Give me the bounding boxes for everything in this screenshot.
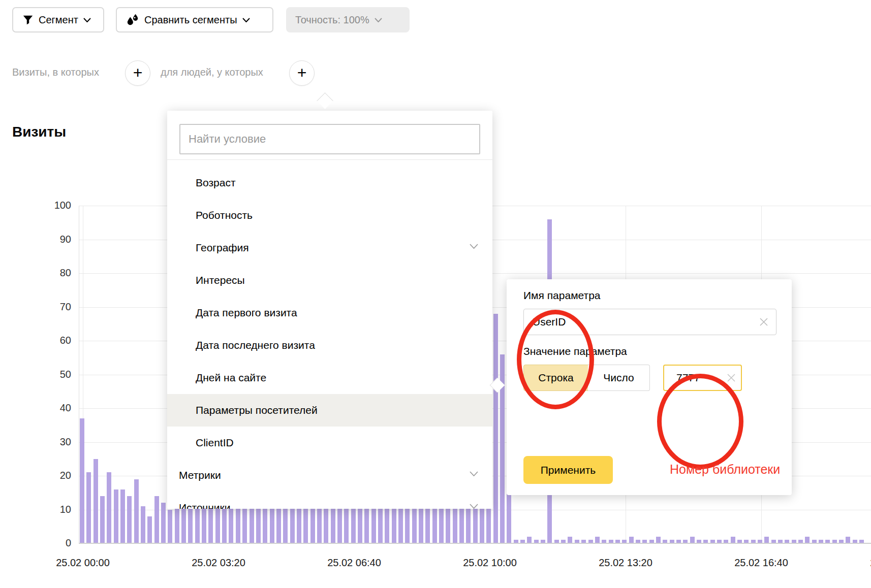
chart-bar bbox=[656, 537, 661, 543]
chart-bar bbox=[690, 537, 695, 543]
chart-bar bbox=[141, 506, 145, 543]
condition-item[interactable]: Интересы bbox=[167, 264, 492, 297]
condition-item[interactable]: Параметры посетителей bbox=[167, 394, 492, 427]
x-tick-label: 25.02 03:20 bbox=[163, 557, 274, 569]
y-tick-label: 80 bbox=[15, 267, 71, 279]
chart-bar bbox=[134, 479, 139, 543]
add-people-condition-button[interactable]: + bbox=[289, 60, 315, 86]
accuracy-label: Точность: 100% bbox=[295, 14, 369, 26]
condition-dropdown: ВозрастРоботностьГеографияИнтересыДата п… bbox=[167, 111, 492, 509]
condition-item[interactable]: География bbox=[167, 232, 492, 264]
chart-bar bbox=[805, 537, 810, 543]
condition-item[interactable]: Источники bbox=[167, 492, 492, 509]
clear-name-icon[interactable] bbox=[759, 317, 768, 326]
compare-segments-button[interactable]: Сравнить сегменты bbox=[116, 7, 273, 32]
chart-bar bbox=[114, 489, 118, 543]
type-string-label: Строка bbox=[538, 372, 573, 384]
add-visit-condition-button[interactable]: + bbox=[125, 60, 150, 86]
segment-button[interactable]: Сегмент bbox=[12, 7, 104, 32]
chart-bar bbox=[276, 503, 281, 543]
chart-bar bbox=[175, 503, 179, 543]
condition-item[interactable]: ClientID bbox=[167, 427, 492, 459]
chart-bar bbox=[324, 503, 328, 543]
chart-bar bbox=[127, 496, 132, 543]
condition-item-label: Источники bbox=[179, 502, 230, 509]
x-tick-label: 25.02 20:00 bbox=[841, 557, 871, 569]
chart-bar bbox=[493, 314, 498, 543]
condition-item-label: Дней на сайте bbox=[196, 372, 266, 383]
chart-bar bbox=[80, 418, 84, 543]
y-tick-label: 0 bbox=[15, 537, 71, 549]
chart-bar bbox=[392, 503, 396, 543]
condition-search-input[interactable] bbox=[179, 124, 480, 154]
apply-button[interactable]: Применить bbox=[523, 456, 613, 484]
people-condition-label: для людей, у которых bbox=[161, 67, 263, 78]
chart-bar bbox=[229, 503, 233, 543]
red-note-text: Номер библиотеки bbox=[670, 462, 780, 477]
y-tick-label: 50 bbox=[15, 369, 71, 380]
clear-value-icon[interactable] bbox=[727, 373, 736, 382]
param-name-label: Имя параметра bbox=[523, 289, 601, 302]
x-axis-line bbox=[79, 543, 871, 544]
droplets-icon bbox=[126, 14, 139, 26]
condition-item[interactable]: Дней на сайте bbox=[167, 362, 492, 394]
y-tick-label: 60 bbox=[15, 335, 71, 346]
condition-item-label: Интересы bbox=[196, 274, 245, 286]
y-tick-label: 90 bbox=[15, 234, 71, 245]
funnel-icon bbox=[22, 14, 34, 25]
y-tick-label: 10 bbox=[15, 504, 71, 515]
condition-item[interactable]: Роботность bbox=[167, 199, 492, 232]
type-number-toggle[interactable]: Число bbox=[588, 365, 650, 391]
x-tick-label: 25.02 00:00 bbox=[27, 557, 139, 569]
condition-item-label: Дата последнего визита bbox=[196, 339, 315, 351]
chart-bar bbox=[86, 472, 91, 543]
chart-bar bbox=[147, 516, 152, 543]
y-tick-label: 20 bbox=[15, 470, 71, 481]
condition-item-label: Роботность bbox=[196, 209, 253, 221]
chart-bar bbox=[568, 537, 572, 543]
plus-icon: + bbox=[133, 64, 143, 81]
chart-bar bbox=[94, 459, 98, 543]
chevron-down-icon bbox=[470, 244, 478, 249]
chevron-down-icon bbox=[242, 18, 250, 22]
type-string-toggle[interactable]: Строка bbox=[523, 365, 588, 391]
chevron-down-icon bbox=[375, 18, 382, 22]
chart-bar bbox=[371, 503, 376, 543]
chart-bar bbox=[100, 496, 105, 543]
chart-bar bbox=[120, 489, 125, 543]
chart-bar bbox=[250, 503, 254, 543]
x-tick-label: 25.02 16:40 bbox=[705, 557, 817, 569]
chart-bar bbox=[846, 537, 850, 543]
condition-item-label: Дата первого визита bbox=[196, 307, 297, 318]
condition-item[interactable]: Метрики bbox=[167, 459, 492, 492]
plus-icon: + bbox=[297, 64, 307, 81]
chart-bar bbox=[595, 537, 600, 543]
param-name-input[interactable] bbox=[523, 309, 776, 335]
chart-bar bbox=[297, 503, 301, 543]
chart-bar bbox=[629, 537, 634, 543]
metrica-segment-page: Сегмент Сравнить сегменты Точность: 100%… bbox=[0, 0, 871, 588]
condition-item-label: Метрики bbox=[179, 469, 221, 481]
x-tick-label: 25.02 06:40 bbox=[298, 557, 410, 569]
dropdown-caret-up bbox=[317, 92, 333, 109]
dropdown-divider bbox=[167, 159, 492, 160]
condition-item[interactable]: Дата первого визита bbox=[167, 297, 492, 329]
chart-bar bbox=[527, 537, 532, 543]
compare-segments-label: Сравнить сегменты bbox=[144, 14, 237, 26]
condition-item-label: География bbox=[196, 242, 249, 253]
accuracy-button[interactable]: Точность: 100% bbox=[286, 7, 410, 32]
visits-condition-label: Визиты, в которых bbox=[12, 67, 99, 78]
condition-item-label: Параметры посетителей bbox=[196, 404, 318, 416]
chart-bar bbox=[202, 503, 206, 543]
chart-bar bbox=[764, 537, 769, 543]
x-tick-label: 25.02 10:00 bbox=[434, 557, 546, 569]
chart-title: Визиты bbox=[12, 124, 66, 140]
condition-item[interactable]: Дата последнего визита bbox=[167, 329, 492, 362]
condition-item[interactable]: Возраст bbox=[167, 167, 492, 199]
chart-bar bbox=[161, 503, 166, 543]
chevron-down-icon bbox=[83, 18, 91, 22]
chart-bar bbox=[154, 496, 159, 543]
y-tick-label: 30 bbox=[15, 436, 71, 448]
chart-bar bbox=[168, 510, 172, 544]
chart-bar bbox=[425, 503, 430, 543]
